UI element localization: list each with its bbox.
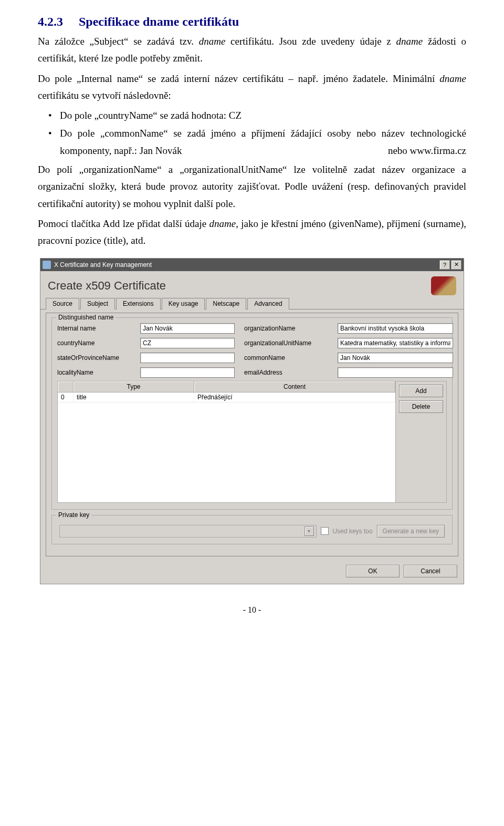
window-title: X Certificate and Key management	[54, 261, 152, 269]
paragraph-4: Pomocí tlačítka Add lze přidat další úda…	[38, 215, 466, 250]
dialog-title: Create x509 Certificate	[40, 271, 464, 297]
text: certifikátu se vytvoří následovně:	[38, 90, 171, 101]
label-common-name: commonName	[244, 354, 328, 362]
xca-window: X Certificate and Key management ? ✕ Cre…	[40, 258, 464, 584]
input-common-name[interactable]	[338, 353, 453, 363]
tab-netscape[interactable]: Netscape	[206, 298, 246, 309]
tab-extensions[interactable]: Extensions	[116, 298, 161, 309]
tab-key-usage[interactable]: Key usage	[162, 298, 205, 309]
tab-panel: Distinguished name Internal name organiz…	[46, 313, 458, 556]
paragraph-1: Na záložce „Subject“ se zadává tzv. dnam…	[38, 33, 466, 67]
input-state-or-province[interactable]	[140, 353, 235, 363]
app-icon	[43, 261, 51, 269]
ok-button[interactable]: OK	[346, 565, 400, 577]
used-keys-label: Used keys too	[333, 528, 373, 535]
input-email-address[interactable]	[338, 367, 453, 378]
distinguished-name-fieldset: Distinguished name Internal name organiz…	[51, 317, 453, 510]
col-index	[58, 381, 74, 392]
text: Do pole „countryName“ se zadá hodnota: C…	[60, 110, 242, 121]
label-internal-name: Internal name	[57, 325, 131, 332]
help-button[interactable]: ?	[439, 260, 450, 270]
label-organization-name: organizationName	[244, 325, 328, 332]
titlebar: X Certificate and Key management ? ✕	[40, 259, 464, 271]
text: Pomocí tlačítka Add lze přidat další úda…	[38, 218, 209, 229]
text: Na záložce „Subject“ se zadává tzv.	[38, 36, 199, 47]
cell-type: title	[74, 393, 194, 402]
xca-logo	[431, 276, 456, 295]
bullet-item: Do pole „commonName“ se zadá jméno a pří…	[60, 125, 466, 159]
close-button[interactable]: ✕	[451, 260, 461, 270]
table-header-row: Type Content	[58, 381, 395, 393]
section-heading: 4.2.3Specifikace dname certifikátu	[38, 15, 466, 29]
cell-index: 0	[58, 393, 74, 402]
table-row[interactable]: 0 title Přednášející	[58, 393, 395, 402]
chevron-down-icon: ▾	[304, 526, 314, 536]
cell-content: Přednášející	[194, 393, 395, 402]
private-key-select: ▾	[59, 525, 317, 538]
input-organization-name[interactable]	[338, 323, 453, 334]
cancel-button[interactable]: Cancel	[404, 565, 457, 577]
tab-source[interactable]: Source	[46, 298, 79, 309]
italic-text: dname	[396, 36, 423, 47]
used-keys-checkbox[interactable]	[321, 527, 329, 535]
text: certifikátu. Jsou zde uvedeny údaje z	[225, 36, 396, 47]
text: nebo www.firma.cz	[388, 142, 466, 159]
italic-text: dname	[209, 218, 236, 229]
dn-legend: Distinguished name	[56, 314, 116, 321]
page-number: - 10 -	[38, 605, 466, 615]
label-state-or-province: stateOrProvinceName	[57, 354, 131, 362]
input-organizational-unit-name[interactable]	[338, 338, 453, 348]
bullet-item: Do pole „countryName“ se zadá hodnota: C…	[60, 107, 466, 124]
input-locality-name[interactable]	[140, 367, 235, 378]
col-type: Type	[74, 381, 194, 392]
dn-extra-table: Type Content 0 title Přednášející	[57, 381, 447, 503]
paragraph-2: Do pole „Internal name“ se zadá interní …	[38, 70, 466, 105]
bullet-list: Do pole „countryName“ se zadá hodnota: C…	[38, 107, 466, 159]
input-country-name[interactable]	[140, 338, 235, 348]
delete-button[interactable]: Delete	[399, 400, 443, 413]
heading-number: 4.2.3	[38, 15, 63, 29]
text: Do pole „Internal name“ se zadá interní …	[38, 73, 439, 84]
generate-key-button: Generate a new key	[377, 525, 445, 538]
heading-text: Specifikace dname certifikátu	[79, 15, 239, 28]
private-key-fieldset: Private key ▾ Used keys too Generate a n…	[51, 515, 453, 544]
input-internal-name[interactable]	[140, 323, 235, 334]
dialog-title-text: Create x509 Certificate	[48, 279, 166, 293]
label-country-name: countryName	[57, 339, 131, 347]
italic-text: dname	[199, 36, 226, 47]
label-organizational-unit-name: organizationalUnitName	[244, 339, 328, 347]
tab-advanced[interactable]: Advanced	[247, 298, 289, 309]
label-email-address: emailAddress	[244, 369, 328, 376]
pk-legend: Private key	[56, 511, 91, 519]
tab-subject[interactable]: Subject	[80, 298, 115, 309]
add-button[interactable]: Add	[399, 385, 443, 397]
paragraph-3: Do polí „organizationName“ a „organizati…	[38, 161, 466, 212]
tab-bar: Source Subject Extensions Key usage Nets…	[40, 297, 464, 309]
col-content: Content	[194, 381, 395, 392]
italic-text: dname	[439, 73, 466, 84]
label-locality-name: localityName	[57, 369, 131, 376]
